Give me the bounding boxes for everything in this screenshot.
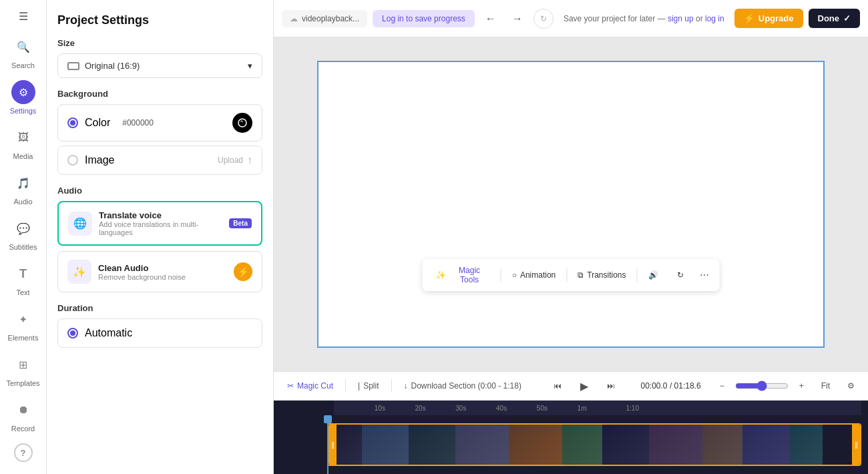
color-swatch[interactable]: [232, 113, 252, 133]
download-section-button[interactable]: ↓ Download Section (0:00 - 1:18): [397, 378, 528, 394]
volume-button[interactable]: 🔊: [640, 266, 666, 284]
sidebar-item-label: Media: [13, 152, 33, 160]
skip-back-button[interactable]: ⏮: [547, 378, 568, 394]
panel-title: Project Settings: [57, 13, 262, 27]
save-project-text: Save your project for later — sign up or…: [559, 14, 729, 23]
split-icon: |: [358, 381, 360, 391]
total-time: 01:18.6: [674, 381, 701, 391]
sidebar-item-settings[interactable]: ⚙ Settings: [0, 75, 46, 120]
upgrade-button[interactable]: ⚡ Upgrade: [734, 9, 803, 28]
canvas-frame: [317, 61, 825, 348]
clean-audio-desc: Remove background noise: [98, 273, 227, 281]
timeline-ruler: 10s 20s 30s 40s 50s 1m 1:10: [274, 401, 868, 415]
sidebar-item-label: Elements: [8, 334, 39, 342]
upload-icon: ↑: [247, 154, 252, 166]
cloud-icon: ☁: [290, 14, 298, 23]
zoom-in-button[interactable]: +: [793, 378, 811, 394]
magic-cut-button[interactable]: ✂ Magic Cut: [280, 378, 340, 394]
sidebar-item-audio[interactable]: 🎵 Audio: [0, 166, 46, 211]
sidebar: ☰ 🔍 Search ⚙ Settings 🖼 Media 🎵 Audio 💬 …: [0, 0, 47, 474]
fit-button[interactable]: Fit: [815, 378, 837, 394]
magic-tools-button[interactable]: ✨ Magic Tools: [428, 262, 498, 288]
play-button[interactable]: ▶: [574, 377, 595, 396]
undo-icon: ←: [485, 13, 496, 25]
split-button[interactable]: | Split: [351, 378, 385, 394]
zoom-out-button[interactable]: −: [713, 378, 731, 394]
refresh-icon: ↻: [540, 14, 547, 23]
subtitles-icon: 💬: [11, 216, 35, 240]
track-segment-11: [789, 425, 823, 465]
animation-button[interactable]: ○ Animation: [504, 266, 564, 284]
sidebar-item-media[interactable]: 🖼 Media: [0, 120, 46, 166]
more-options-button[interactable]: ⋯: [694, 266, 714, 284]
loop-button[interactable]: ↻: [669, 266, 692, 284]
record-icon: ⏺: [11, 398, 35, 422]
ruler-mark-1m: 1m: [578, 405, 587, 412]
split-label: Split: [363, 381, 379, 391]
radio-dot: [70, 120, 75, 126]
image-background-option[interactable]: Image Upload ↑: [57, 146, 262, 175]
bottom-toolbar: ✂ Magic Cut | Split ↓ Download Section (…: [274, 371, 868, 401]
file-name: videoplayback...: [302, 14, 359, 23]
timeline-settings-button[interactable]: ⚙: [841, 378, 861, 394]
sidebar-item-templates[interactable]: ⊞ Templates: [0, 347, 46, 393]
canvas-area: ✨ Magic Tools ○ Animation ⧉ Transitions …: [274, 37, 868, 371]
track-segment-9: [702, 425, 742, 465]
upgrade-label: Upgrade: [758, 13, 794, 23]
color-background-option[interactable]: Color #000000: [57, 104, 262, 142]
ruler-mark-40s: 40s: [496, 405, 507, 412]
track-handle-right[interactable]: ‖: [852, 425, 860, 465]
color-value: #000000: [122, 118, 154, 128]
transitions-button[interactable]: ⧉ Transitions: [570, 266, 634, 284]
play-icon: ▶: [580, 380, 588, 393]
sidebar-item-record[interactable]: ⏺ Record: [0, 393, 46, 438]
sidebar-item-elements[interactable]: ✦ Elements: [0, 302, 46, 347]
download-icon: ↓: [404, 381, 408, 391]
volume-icon: 🔊: [648, 270, 658, 280]
size-option-label: Original (16:9): [85, 61, 140, 71]
translate-voice-card[interactable]: 🌐 Translate voice Add voice translations…: [57, 201, 262, 246]
animation-label: Animation: [520, 270, 556, 280]
done-button[interactable]: Done ✓: [809, 9, 861, 28]
color-radio[interactable]: [67, 117, 78, 128]
track-segment-3: [409, 425, 455, 465]
track-segment-8: [649, 425, 702, 465]
beta-badge: Beta: [229, 218, 252, 228]
sidebar-item-text[interactable]: T Text: [0, 256, 46, 302]
size-dropdown[interactable]: Original (16:9) ▾: [57, 53, 262, 78]
file-tab[interactable]: ☁ videoplayback...: [282, 10, 367, 27]
menu-icon[interactable]: ☰: [10, 7, 37, 25]
sidebar-item-label: Record: [11, 425, 35, 433]
divider-3: [637, 268, 638, 282]
magic-wand-icon: ✨: [436, 270, 446, 280]
track-handle-left[interactable]: ‖: [329, 425, 337, 465]
translate-desc: Add voice translations in multi-language…: [99, 220, 222, 236]
duration-radio[interactable]: [67, 328, 78, 338]
time-separator: /: [670, 381, 672, 391]
aspect-ratio-icon: [67, 62, 79, 70]
toolbar-divider-2: [391, 379, 392, 393]
image-radio[interactable]: [67, 155, 78, 166]
sidebar-item-search[interactable]: 🔍 Search: [0, 29, 46, 75]
animation-icon: ○: [512, 270, 517, 280]
skip-forward-button[interactable]: ⏭: [600, 378, 622, 394]
undo-button[interactable]: ←: [480, 8, 501, 29]
login-button[interactable]: Log in to save progress: [373, 10, 475, 27]
duration-label: Automatic: [85, 327, 132, 339]
sidebar-item-label: Audio: [13, 198, 32, 206]
sidebar-item-subtitles[interactable]: 💬 Subtitles: [0, 211, 46, 256]
sidebar-item-label: Subtitles: [9, 243, 37, 251]
upload-label[interactable]: Upload: [218, 156, 243, 165]
magic-tools-bar: ✨ Magic Tools ○ Animation ⧉ Transitions …: [423, 259, 720, 291]
zoom-slider[interactable]: [735, 381, 789, 391]
timeline-track[interactable]: ‖ ‖: [327, 423, 861, 466]
sidebar-item-help[interactable]: ?: [0, 438, 46, 467]
clean-audio-card[interactable]: ✨ Clean Audio Remove background noise ⚡: [57, 251, 262, 292]
log-in-link[interactable]: log in: [705, 14, 724, 23]
duration-automatic-option[interactable]: Automatic: [57, 318, 262, 348]
sign-up-link[interactable]: sign up: [668, 14, 694, 23]
playhead[interactable]: [327, 415, 329, 474]
refresh-button[interactable]: ↻: [533, 9, 554, 29]
done-label: Done: [818, 13, 840, 23]
redo-button[interactable]: →: [507, 8, 528, 29]
